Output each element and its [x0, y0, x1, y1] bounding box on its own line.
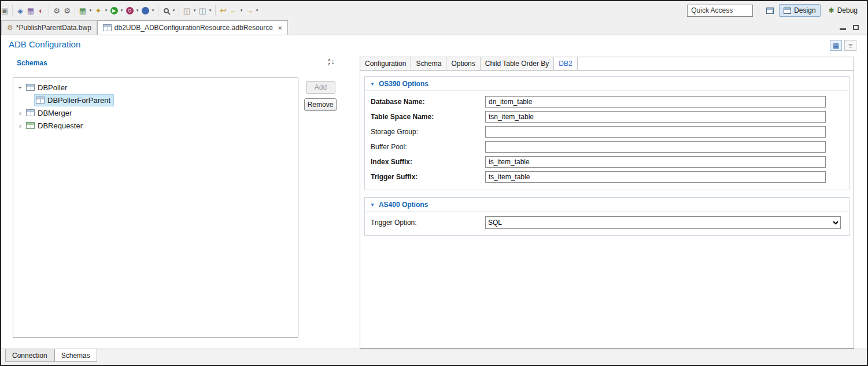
tab-db2[interactable]: DB2 [554, 57, 577, 70]
field-label: Storage Group: [371, 128, 485, 136]
expand-arrow-icon[interactable]: › [16, 109, 25, 117]
editor-tab-bar: ⚙ *PublishParentData.bwp db2UDB_ADBConfi… [1, 20, 867, 35]
collapse-triangle-icon[interactable]: ▼ [370, 82, 375, 87]
tab-child-table-order-by[interactable]: Child Table Order By [481, 57, 555, 70]
tab-connection[interactable]: Connection [5, 349, 54, 362]
new-config-dropdown-icon[interactable]: ▾ [104, 8, 109, 13]
search-dropdown-icon[interactable]: ▾ [171, 8, 176, 13]
chart-dropdown-icon[interactable]: ▾ [88, 8, 93, 13]
sort-alphabetical-icon[interactable]: az ↓ [328, 58, 334, 66]
os390-options-section: ▼ OS390 Options Database Name: Table Spa… [364, 76, 849, 190]
profile-dropdown-icon[interactable]: ▾ [135, 8, 140, 13]
field-label: Trigger Option: [371, 219, 485, 227]
tree-item-label: DBPollerForParent [47, 96, 110, 105]
toolbar-separator [158, 5, 158, 16]
adbresource-file-icon [103, 24, 112, 31]
field-label: Buffer Pool: [371, 143, 485, 151]
tree-item-dbmerger[interactable]: › DBMerger [16, 106, 298, 119]
forward-icon[interactable]: → [244, 5, 254, 16]
field-row-database-name: Database Name: [365, 94, 849, 109]
design-perspective-button[interactable]: Design [779, 4, 820, 17]
trigger-option-select[interactable]: SQL [485, 216, 841, 229]
toolbar-separator [215, 5, 216, 16]
as400-section-header[interactable]: ▼ AS400 Options [365, 198, 849, 212]
editor-tab-label: *PublishParentData.bwp [16, 24, 91, 32]
storage-group-input[interactable] [485, 126, 826, 138]
collapse-triangle-icon[interactable]: ▼ [370, 202, 375, 208]
bwp-file-icon: ⚙ [7, 24, 13, 32]
tree-item-label: DBMerger [38, 109, 72, 117]
toolbar-separator [12, 5, 13, 16]
editor-tab-publishparentdata[interactable]: ⚙ *PublishParentData.bwp [1, 20, 97, 35]
run-dropdown-icon[interactable]: ▾ [119, 8, 124, 13]
next-annotation-dropdown-icon[interactable]: ▾ [192, 8, 197, 13]
back-dropdown-icon[interactable]: ▾ [239, 8, 244, 13]
application-window: ▣ ◈ ▦ ◐ ⚙ ⚙ ▦ ▾ ✦ ▾ ▶ ▾ Q ▾ ▾ ▾ ◫ ▾ ◫ ▾ … [0, 0, 868, 366]
database-name-input[interactable] [485, 96, 826, 108]
tab-schema[interactable]: Schema [411, 57, 446, 70]
detail-tab-bar: Configuration Schema Options Child Table… [360, 57, 854, 71]
design-perspective-label: Design [794, 6, 815, 14]
minimize-icon[interactable] [840, 28, 846, 30]
modules-icon[interactable]: ◈ [15, 5, 25, 16]
os390-section-header[interactable]: ▼ OS390 Options [365, 77, 849, 91]
new-config-star-icon[interactable]: ✦ [93, 5, 104, 16]
tree-item-dbrequester[interactable]: › DBRequester [16, 119, 298, 132]
expand-arrow-icon[interactable]: › [16, 121, 25, 130]
gear-settings-icon[interactable]: ⚙ [62, 5, 72, 16]
field-label: Trigger Suffix: [371, 173, 485, 181]
field-row-trigger-suffix: Trigger Suffix: [365, 169, 849, 184]
toolbar-separator [759, 5, 759, 16]
field-row-trigger-option: Trigger Option: SQL [365, 215, 849, 230]
field-row-buffer-pool: Buffer Pool: [365, 139, 849, 154]
buffer-pool-input[interactable] [485, 141, 826, 153]
page-title: ADB Configuration [9, 39, 80, 49]
palette-icon[interactable]: ◐ [36, 5, 46, 16]
table-space-name-input[interactable] [485, 111, 826, 123]
field-row-index-suffix: Index Suffix: [365, 154, 849, 169]
bottom-tab-bar: Connection Schemas [1, 349, 867, 362]
search-icon[interactable] [161, 5, 171, 16]
run-icon[interactable]: ▶ [109, 5, 119, 16]
open-perspective-icon[interactable]: + [765, 5, 775, 16]
editor-stack-buttons [840, 25, 867, 35]
quick-access-input[interactable] [687, 5, 753, 17]
last-edit-location-icon[interactable]: ↩ [218, 5, 228, 16]
next-annotation-icon[interactable]: ◫ [182, 5, 192, 16]
previous-annotation-dropdown-icon[interactable]: ▾ [208, 8, 213, 13]
collapse-arrow-icon[interactable]: › [16, 83, 25, 92]
trigger-suffix-input[interactable] [485, 171, 826, 183]
tree-item-label: DBRequester [38, 121, 83, 130]
section-title: OS390 Options [379, 80, 429, 88]
previous-annotation-icon[interactable]: ◫ [197, 5, 208, 16]
tab-schemas[interactable]: Schemas [54, 349, 97, 362]
close-tab-icon[interactable]: ✕ [278, 25, 282, 31]
field-label: Index Suffix: [371, 158, 485, 166]
tab-options[interactable]: Options [446, 57, 480, 70]
tree-item-dbpollerforparent[interactable]: DBPollerForParent [16, 94, 298, 106]
deploy-icon[interactable] [140, 5, 150, 16]
back-icon[interactable]: ← [228, 5, 239, 16]
add-button[interactable]: Add [306, 81, 335, 94]
profile-icon[interactable]: Q [124, 5, 135, 16]
list-layout-icon[interactable]: ≡ [844, 40, 856, 51]
section-title: AS400 Options [379, 201, 428, 209]
gear-icon[interactable]: ⚙ [51, 5, 62, 16]
layout-toggles: ▦ ≡ [830, 40, 856, 51]
chart-icon[interactable]: ▦ [77, 5, 88, 16]
new-wizard-icon[interactable]: ▣ [0, 5, 10, 16]
diagram-icon[interactable]: ▦ [25, 5, 36, 16]
debug-perspective-button[interactable]: ✱ Debug [824, 4, 862, 17]
grid-layout-icon[interactable]: ▦ [830, 40, 842, 51]
maximize-icon[interactable] [853, 25, 859, 30]
tree-item-dbpoller[interactable]: › DBPoller [16, 81, 298, 94]
index-suffix-input[interactable] [485, 156, 826, 168]
remove-button[interactable]: Remove [304, 98, 337, 111]
forward-dropdown-icon[interactable]: ▾ [254, 8, 260, 13]
schema-table-icon [26, 84, 35, 91]
editor-tab-adbresource[interactable]: db2UDB_ADBConfigurationResource.adbResou… [97, 20, 289, 35]
db2-tab-content: ▼ OS390 Options Database Name: Table Spa… [360, 71, 854, 236]
deploy-dropdown-icon[interactable]: ▾ [150, 8, 156, 13]
editor-tab-label: db2UDB_ADBConfigurationResource.adbResou… [114, 24, 273, 32]
tab-configuration[interactable]: Configuration [360, 57, 411, 70]
